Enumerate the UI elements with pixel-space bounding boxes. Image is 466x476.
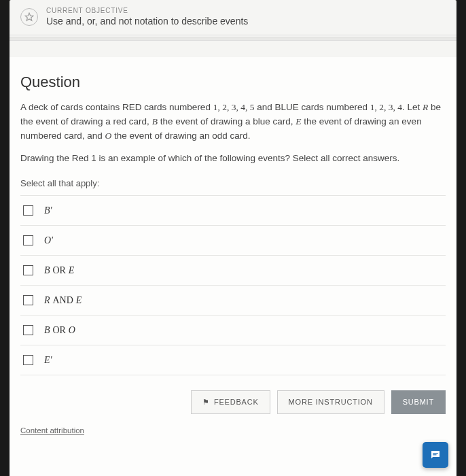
option-row[interactable]: B OR E — [20, 255, 446, 285]
option-row[interactable]: B′ — [20, 195, 446, 225]
svg-rect-1 — [433, 453, 438, 454]
option-label: B OR O — [44, 324, 75, 336]
content-attribution-link[interactable]: Content attribution — [20, 426, 446, 435]
question-body: A deck of cards contains RED cards numbe… — [20, 101, 446, 143]
feedback-button[interactable]: ⚑ FEEDBACK — [191, 390, 270, 414]
submit-button[interactable]: SUBMIT — [391, 390, 446, 414]
checkbox[interactable] — [23, 325, 33, 335]
svg-rect-2 — [433, 454, 436, 455]
option-label: R AND E — [44, 294, 82, 306]
checkbox[interactable] — [23, 265, 33, 275]
objective-label: CURRENT OBJECTIVE — [46, 7, 446, 14]
checkbox[interactable] — [23, 235, 33, 245]
section-divider — [10, 37, 456, 41]
objective-text: CURRENT OBJECTIVE Use and, or, and not n… — [46, 7, 446, 27]
objective-description: Use and, or, and not notation to describ… — [46, 16, 446, 27]
more-instruction-button[interactable]: MORE INSTRUCTION — [277, 390, 384, 414]
option-label: O′ — [44, 235, 53, 246]
checkbox[interactable] — [23, 205, 33, 216]
chat-fab-button[interactable] — [423, 442, 448, 468]
question-subprompt: Drawing the Red 1 is an example of which… — [20, 153, 446, 163]
option-row[interactable]: B OR O — [20, 315, 446, 345]
question-title: Question — [20, 73, 446, 91]
option-label: B′ — [44, 205, 52, 216]
submit-label: SUBMIT — [403, 398, 434, 406]
more-instruction-label: MORE INSTRUCTION — [289, 398, 373, 406]
action-bar: ⚑ FEEDBACK MORE INSTRUCTION SUBMIT — [20, 390, 446, 414]
option-row[interactable]: E′ — [20, 345, 446, 375]
star-icon — [20, 8, 38, 26]
option-row[interactable]: O′ — [20, 225, 446, 255]
select-all-label: Select all that apply: — [20, 178, 446, 195]
question-content: Question A deck of cards contains RED ca… — [10, 57, 456, 476]
option-label: E′ — [44, 354, 52, 366]
chat-icon — [429, 449, 442, 461]
feedback-label: FEEDBACK — [214, 398, 259, 406]
svg-marker-0 — [25, 13, 33, 20]
option-label: B OR E — [44, 265, 74, 276]
checkbox[interactable] — [23, 295, 33, 305]
objective-header: CURRENT OBJECTIVE Use and, or, and not n… — [10, 0, 456, 35]
checkbox[interactable] — [23, 355, 33, 365]
page-container: CURRENT OBJECTIVE Use and, or, and not n… — [10, 0, 456, 476]
flag-icon: ⚑ — [202, 398, 210, 407]
option-row[interactable]: R AND E — [20, 285, 446, 315]
options-list: B′O′B OR ER AND EB OR OE′ — [20, 195, 446, 375]
